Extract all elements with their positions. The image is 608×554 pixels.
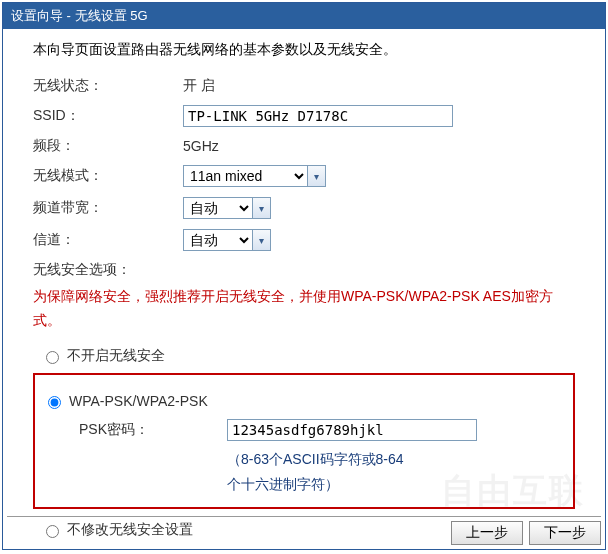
ssid-input[interactable] xyxy=(183,105,453,127)
radio-wpa-label: WPA-PSK/WPA2-PSK xyxy=(69,393,208,409)
chevron-down-icon[interactable]: ▾ xyxy=(253,229,271,251)
psk-label: PSK密码： xyxy=(79,421,227,439)
next-button[interactable]: 下一步 xyxy=(529,521,601,545)
wizard-panel: 设置向导 - 无线设置 5G 本向导页面设置路由器无线网络的基本参数以及无线安全… xyxy=(2,2,606,550)
psk-input[interactable] xyxy=(227,419,477,441)
wpa-highlight-box: WPA-PSK/WPA2-PSK PSK密码： （8-63个ASCII码字符或8… xyxy=(33,373,575,509)
title-bar: 设置向导 - 无线设置 5G xyxy=(3,3,605,29)
radio-security-off[interactable] xyxy=(46,351,59,364)
ssid-label: SSID： xyxy=(33,107,183,125)
channel-select[interactable]: 自动 xyxy=(183,229,253,251)
status-value: 开 启 xyxy=(183,77,575,95)
security-section-label: 无线安全选项： xyxy=(33,261,575,279)
content-area: 本向导页面设置路由器无线网络的基本参数以及无线安全。 无线状态： 开 启 SSI… xyxy=(3,29,605,554)
radio-security-off-label: 不开启无线安全 xyxy=(67,347,165,365)
band-label: 频段： xyxy=(33,137,183,155)
channel-label: 信道： xyxy=(33,231,183,249)
mode-select[interactable]: 11an mixed xyxy=(183,165,308,187)
psk-hint-line1: （8-63个ASCII码字符或8-64 xyxy=(227,451,404,467)
intro-text: 本向导页面设置路由器无线网络的基本参数以及无线安全。 xyxy=(33,41,575,59)
radio-wpa[interactable] xyxy=(48,396,61,409)
security-warning: 为保障网络安全，强烈推荐开启无线安全，并使用WPA-PSK/WPA2-PSK A… xyxy=(33,285,575,333)
mode-label: 无线模式： xyxy=(33,167,183,185)
band-value: 5GHz xyxy=(183,138,575,154)
chevron-down-icon[interactable]: ▾ xyxy=(253,197,271,219)
footer: 上一步 下一步 xyxy=(7,516,601,545)
chevron-down-icon[interactable]: ▾ xyxy=(308,165,326,187)
bandwidth-label: 频道带宽： xyxy=(33,199,183,217)
prev-button[interactable]: 上一步 xyxy=(451,521,523,545)
psk-hint-line2: 个十六进制字符） xyxy=(227,476,339,492)
status-label: 无线状态： xyxy=(33,77,183,95)
bandwidth-select[interactable]: 自动 xyxy=(183,197,253,219)
